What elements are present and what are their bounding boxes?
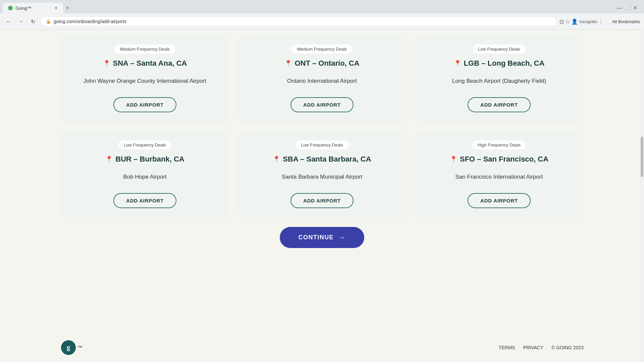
- airport-card-ont: Medium Frequency Deals 📍 ONT – Ontario, …: [237, 35, 407, 123]
- pin-icon-sfo: 📍: [450, 156, 457, 163]
- add-airport-button-lgb[interactable]: ADD AIRPORT: [468, 97, 531, 112]
- scrollbar-thumb[interactable]: [641, 137, 643, 177]
- airport-code-city-lgb: 📍 LGB – Long Beach, CA: [454, 59, 545, 68]
- frequency-badge-sna: Medium Frequency Deals: [115, 45, 175, 54]
- pin-icon-lgb: 📍: [454, 60, 461, 67]
- airport-code-city-bur: 📍 BUR – Burbank, CA: [105, 155, 184, 164]
- extensions-icon[interactable]: ⋮: [598, 18, 604, 25]
- frequency-badge-ont: Medium Frequency Deals: [292, 45, 352, 54]
- pin-icon-ont: 📍: [284, 60, 292, 67]
- browser-chrome: Going™ ✕ + — ⬜ ✕ ← → ↻ 🔒 going.com/onboa…: [0, 0, 644, 30]
- airport-name-sba: Santa Barbara Municipal Airport: [282, 169, 362, 185]
- frequency-badge-lgb: Low Frequency Deals: [473, 45, 526, 54]
- maximize-button[interactable]: ⬜: [625, 5, 631, 11]
- address-bar[interactable]: 🔒 going.com/onboarding/add-airports: [40, 16, 557, 26]
- footer: g ™ TERMS PRIVACY © GOING 2023: [0, 331, 644, 362]
- svg-text:g: g: [67, 344, 70, 351]
- airport-card-sna: Medium Frequency Deals 📍 SNA – Santa Ana…: [60, 35, 229, 123]
- frequency-badge-bur: Low Frequency Deals: [118, 140, 171, 149]
- airport-card-lgb: Low Frequency Deals 📍 LGB – Long Beach, …: [415, 35, 584, 123]
- footer-logo: g ™: [60, 340, 83, 356]
- active-tab[interactable]: Going™ ✕: [3, 3, 63, 13]
- copyright-text: © GOING 2023: [551, 345, 584, 350]
- airport-code-city-sfo: 📍 SFO – San Francisco, CA: [450, 155, 548, 164]
- airport-name-ont: Ontario International Airport: [287, 73, 357, 89]
- airport-name-lgb: Long Beach Airport (Daugherty Field): [452, 73, 546, 89]
- airport-code-sna: SNA – Santa Ana, CA: [113, 59, 187, 68]
- frequency-badge-sfo: High Frequency Deals: [472, 140, 526, 149]
- forward-button[interactable]: →: [16, 17, 25, 26]
- airport-card-bur: Low Frequency Deals 📍 BUR – Burbank, CA …: [60, 131, 229, 219]
- airport-code-lgb: LGB – Long Beach, CA: [464, 59, 545, 68]
- incognito-label: Incognito: [579, 19, 597, 24]
- arrow-right-icon: →: [338, 234, 345, 241]
- airport-code-bur: BUR – Burbank, CA: [115, 155, 184, 164]
- pin-icon-sba: 📍: [273, 156, 280, 163]
- add-airport-button-sna[interactable]: ADD AIRPORT: [113, 97, 176, 112]
- going-logo-icon: g: [60, 340, 76, 356]
- tab-bar: Going™ ✕ + — ⬜ ✕: [0, 0, 644, 13]
- add-airport-button-sba[interactable]: ADD AIRPORT: [290, 193, 354, 208]
- airport-name-sfo: San Francisco International Airport: [455, 169, 543, 185]
- top-card-section: Medium Frequency Deals 📍 SNA – Santa Ana…: [60, 30, 584, 123]
- pin-icon-bur: 📍: [105, 156, 113, 163]
- airport-code-sba: SBA – Santa Barbara, CA: [283, 155, 371, 164]
- bottom-airport-grid: Low Frequency Deals 📍 BUR – Burbank, CA …: [60, 131, 584, 219]
- profile-icon[interactable]: 👤: [571, 18, 578, 25]
- airport-card-sba: Low Frequency Deals 📍 SBA – Santa Barbar…: [237, 131, 407, 219]
- bookmarks-bar-label: All Bookmarks: [612, 19, 640, 24]
- top-airport-grid: Medium Frequency Deals 📍 SNA – Santa Ana…: [60, 35, 584, 123]
- url-text: going.com/onboarding/add-airports: [54, 19, 126, 24]
- airport-code-city-sna: 📍 SNA – Santa Ana, CA: [103, 59, 187, 68]
- nav-actions: ⊡ ☆ 👤 Incognito ⋮: [559, 18, 604, 25]
- back-button[interactable]: ←: [4, 17, 13, 26]
- tab-label: Going™: [15, 6, 32, 11]
- tab-close-button[interactable]: ✕: [54, 6, 58, 10]
- close-window-button[interactable]: ✕: [633, 5, 637, 11]
- continue-button[interactable]: CONTINUE →: [280, 227, 365, 248]
- airport-code-city-sba: 📍 SBA – Santa Barbara, CA: [273, 155, 371, 164]
- airport-code-city-ont: 📍 ONT – Ontario, CA: [284, 59, 359, 68]
- frequency-badge-sba: Low Frequency Deals: [296, 140, 348, 149]
- airport-name-sna: John Wayne Orange County International A…: [84, 73, 206, 89]
- logo-tm: ™: [78, 345, 83, 350]
- terms-link[interactable]: TERMS: [499, 345, 515, 350]
- nav-bar: ← → ↻ 🔒 going.com/onboarding/add-airport…: [0, 13, 644, 29]
- add-airport-button-sfo[interactable]: ADD AIRPORT: [468, 193, 531, 208]
- privacy-link[interactable]: PRIVACY: [523, 345, 543, 350]
- add-airport-button-bur[interactable]: ADD AIRPORT: [113, 193, 176, 208]
- page-content: Medium Frequency Deals 📍 SNA – Santa Ana…: [0, 30, 644, 331]
- bookmark-icon[interactable]: ☆: [565, 18, 570, 25]
- refresh-button[interactable]: ↻: [28, 17, 38, 26]
- airport-code-sfo: SFO – San Francisco, CA: [460, 155, 548, 164]
- airport-code-ont: ONT – Ontario, CA: [294, 59, 359, 68]
- new-tab-button[interactable]: +: [63, 3, 72, 13]
- continue-label: CONTINUE: [299, 234, 334, 241]
- add-airport-button-ont[interactable]: ADD AIRPORT: [290, 97, 354, 112]
- lock-icon: 🔒: [46, 19, 51, 24]
- airport-name-bur: Bob Hope Airport: [123, 169, 166, 185]
- minimize-button[interactable]: —: [617, 5, 622, 11]
- continue-section: CONTINUE →: [60, 227, 584, 248]
- scrollbar-track: [640, 29, 644, 362]
- cast-icon: ⊡: [559, 18, 564, 25]
- pin-icon-sna: 📍: [103, 60, 110, 67]
- airport-card-sfo: High Frequency Deals 📍 SFO – San Francis…: [415, 131, 584, 219]
- tab-favicon: [8, 6, 13, 10]
- footer-links: TERMS PRIVACY © GOING 2023: [499, 345, 584, 350]
